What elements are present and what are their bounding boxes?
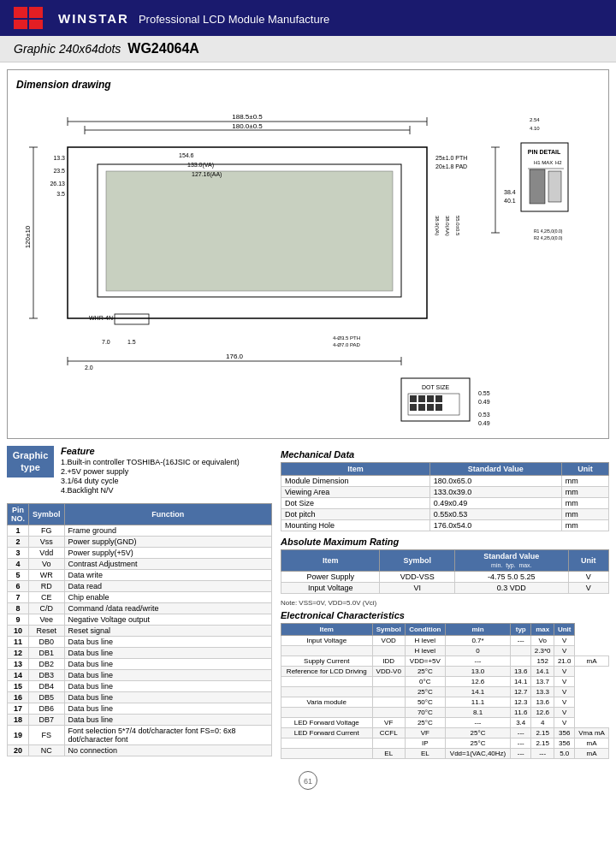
mech-h-unit: Unit <box>561 463 608 476</box>
svg-text:25±1.0 PTH: 25±1.0 PTH <box>435 155 467 161</box>
table-row: 5WRData write <box>8 570 272 581</box>
svg-rect-57 <box>418 404 425 411</box>
table-row: Supply CurrentIDDVDD=+5V---15221.0mA <box>281 656 609 667</box>
svg-text:38.9(VA): 38.9(VA) <box>435 216 440 235</box>
svg-rect-52 <box>410 395 417 402</box>
svg-rect-6 <box>106 171 393 291</box>
svg-rect-64 <box>115 314 149 324</box>
table-row: 18DB7Data bus line <box>8 715 272 726</box>
svg-text:4.10: 4.10 <box>530 126 540 131</box>
table-row: Dot pitch0.55x0.53mm <box>281 509 609 520</box>
svg-text:H1 MAX: H1 MAX <box>534 160 553 165</box>
pin-header-symbol: Symbol <box>29 504 65 525</box>
elec-h-max: max <box>531 624 554 636</box>
abs-h-item: Item <box>281 550 380 572</box>
svg-text:7.0: 7.0 <box>102 339 110 345</box>
drawing-diagram: 188.5±0.5 180.0±0.5 13.3 23.5 26.13 3.5 … <box>16 96 600 430</box>
svg-rect-39 <box>548 171 561 202</box>
feature-item-4: 4.Backlight N/V <box>61 486 272 495</box>
svg-text:DOT SIZE: DOT SIZE <box>422 384 449 390</box>
svg-text:0.49: 0.49 <box>478 399 490 405</box>
svg-text:23.5: 23.5 <box>53 168 65 174</box>
abs-h-unit: Unit <box>568 550 608 572</box>
svg-text:188.5±0.5: 188.5±0.5 <box>232 113 263 121</box>
table-row: 4VoContrast Adjustment <box>8 559 272 570</box>
table-row: 9VeeNegative Voltage output <box>8 614 272 626</box>
svg-rect-56 <box>410 404 417 411</box>
table-row: LED Forward VoltageVF25°C---3.44V <box>281 718 609 728</box>
table-row: 13DB2Data bus line <box>8 659 272 670</box>
electrical-table: Item Symbol Condition min typ max Unit I… <box>281 623 609 759</box>
mech-h-item: Item <box>281 463 430 476</box>
svg-rect-3 <box>29 20 43 29</box>
svg-text:180.0±0.5: 180.0±0.5 <box>232 122 263 130</box>
product-title-italic: Graphic 240x64dots <box>14 42 121 56</box>
elec-h-unit: Unit <box>554 624 575 636</box>
elec-h-typ: typ <box>511 624 531 636</box>
table-row: 0°C12.614.113.7V <box>281 677 609 687</box>
svg-text:2.54: 2.54 <box>530 117 540 122</box>
absolute-title: Absolute Maximum Rating <box>281 537 609 547</box>
svg-rect-59 <box>435 404 442 411</box>
bottom-section: Graphic type Feature 1.Built-in controll… <box>7 446 609 759</box>
table-row: ELELVdd=1(VAC,40Hz)------5.0mA <box>281 749 609 759</box>
svg-rect-55 <box>435 395 442 402</box>
electrical-title: Electronical Characteristics <box>281 610 609 620</box>
svg-text:20±1.8 PAD: 20±1.8 PAD <box>435 163 467 169</box>
table-row: Varia module50°C11.112.313.6V <box>281 697 609 708</box>
header-title: WINSTAR Professional LCD Module Manufact… <box>58 11 329 26</box>
page-number: 61 <box>299 771 317 790</box>
left-column: Graphic type Feature 1.Built-in controll… <box>7 446 272 759</box>
table-row: H level02.3*0V <box>281 646 609 656</box>
page-footer: 61 <box>0 766 616 795</box>
elec-h-min: min <box>445 624 511 636</box>
svg-text:13.3: 13.3 <box>53 155 65 161</box>
svg-text:26.13: 26.13 <box>50 181 65 187</box>
svg-text:154.6: 154.6 <box>179 152 194 158</box>
table-row: 70°C8.111.612.6V <box>281 708 609 718</box>
feature-item-1: 1.Built-in controller TOSHIBA-(16JSIC or… <box>61 458 272 466</box>
svg-text:38.0(AA): 38.0(AA) <box>445 216 450 236</box>
table-row: 19FSFont selection 5*7/4 dot/character f… <box>8 726 272 745</box>
table-row: 16DB5Data bus line <box>8 692 272 703</box>
svg-text:R1 4,2/5,0(0.0): R1 4,2/5,0(0.0) <box>534 228 563 234</box>
table-row: Dot Size0.49x0.49mm <box>281 498 609 509</box>
svg-text:38.4: 38.4 <box>504 189 516 195</box>
elec-h-item: Item <box>281 624 373 636</box>
table-row: 3VddPower supply(+5V) <box>8 548 272 559</box>
mechanical-title: Mechanical Data <box>281 449 609 460</box>
svg-rect-1 <box>29 7 43 18</box>
svg-text:0.53: 0.53 <box>478 412 490 418</box>
absolute-note: Note: VSS=0V, VDD=5.0V (Vci) <box>281 599 609 607</box>
table-row: Power SupplyVDD-VSS-4.75 5.0 5.25V <box>281 572 609 583</box>
table-row: LED Forward CurrentCCFLVF25°C---2.15356V… <box>281 728 609 738</box>
feature-list: 1.Built-in controller TOSHIBA-(16JSIC or… <box>61 458 272 495</box>
table-row: 7CEChip enable <box>8 592 272 603</box>
svg-text:H2: H2 <box>555 160 562 165</box>
svg-text:133.0(VA): 133.0(VA) <box>187 162 214 169</box>
abs-h-symbol: Symbol <box>380 550 455 572</box>
svg-rect-58 <box>427 404 434 411</box>
table-row: Input VoltageVI0.3 VDDV <box>281 583 609 594</box>
svg-text:176.0: 176.0 <box>226 353 244 360</box>
right-column: Mechanical Data Item Standard Value Unit… <box>272 446 609 759</box>
svg-text:4-Ø3.5 PTH: 4-Ø3.5 PTH <box>333 335 360 341</box>
table-row: 12DB1Data bus line <box>8 648 272 659</box>
abs-h-min: Standard Valuemin. typ. max. <box>455 550 568 572</box>
table-row: 25°C14.112.713.3V <box>281 687 609 697</box>
header: WINSTAR Professional LCD Module Manufact… <box>0 0 616 36</box>
svg-rect-2 <box>14 20 27 29</box>
elec-h-symbol: Symbol <box>372 624 405 636</box>
svg-text:40.1: 40.1 <box>504 198 516 204</box>
feature-item-3: 3.1/64 duty cycle <box>61 477 272 485</box>
pin-table: PinNO. Symbol Function 1FGFrame ground2V… <box>7 503 272 756</box>
table-row: 17DB6Data bus line <box>8 703 272 715</box>
table-row: IP25°C---2.15356mA <box>281 738 609 749</box>
svg-text:3.5: 3.5 <box>56 191 65 197</box>
table-row: 15DB4Data bus line <box>8 681 272 692</box>
table-row: 2VssPower supply(GND) <box>8 537 272 548</box>
svg-rect-54 <box>427 395 434 402</box>
product-title-bar: Graphic 240x64dots WG24064A <box>0 36 616 62</box>
table-row: Viewing Area133.0x39.0mm <box>281 487 609 498</box>
svg-text:0.49: 0.49 <box>478 420 490 426</box>
